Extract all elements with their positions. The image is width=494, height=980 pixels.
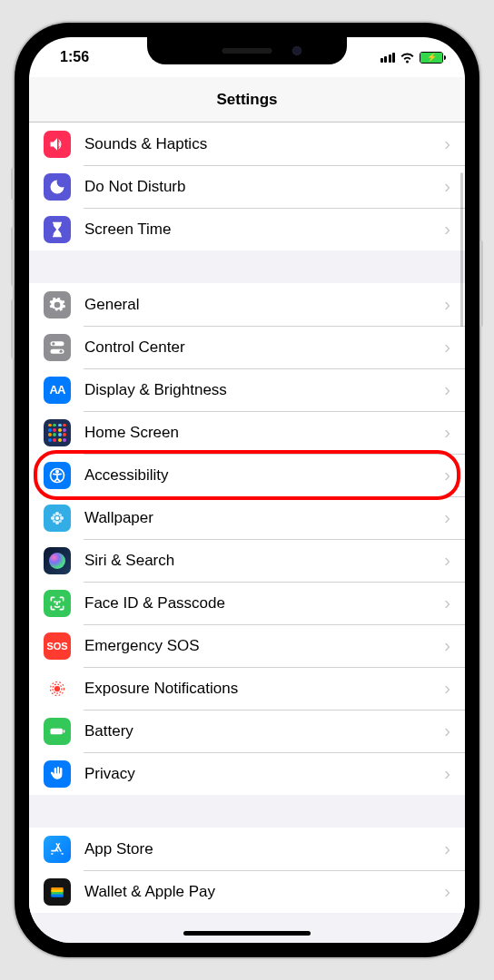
svg-point-7 <box>55 511 59 514</box>
chevron-right-icon: › <box>444 550 450 571</box>
settings-row-home-screen[interactable]: Home Screen› <box>29 411 465 454</box>
svg-rect-21 <box>64 730 65 732</box>
battery-icon <box>44 718 71 745</box>
chevron-right-icon: › <box>444 379 450 400</box>
svg-point-13 <box>53 519 55 522</box>
settings-row-wallpaper[interactable]: Wallpaper› <box>29 496 465 539</box>
settings-row-do-not-disturb[interactable]: Do Not Disturb› <box>29 165 465 208</box>
volume-down <box>11 299 15 358</box>
row-label: Siri & Search <box>84 552 444 570</box>
svg-point-6 <box>55 515 59 519</box>
row-label: Do Not Disturb <box>84 178 444 196</box>
chevron-right-icon: › <box>444 763 450 784</box>
settings-row-general[interactable]: General› <box>29 283 465 326</box>
chevron-right-icon: › <box>444 593 450 613</box>
mute-switch <box>11 168 15 200</box>
svg-point-3 <box>60 349 63 352</box>
volume-up <box>11 227 15 286</box>
settings-row-face-id[interactable]: Face ID & Passcode› <box>29 582 465 624</box>
svg-point-11 <box>53 514 55 516</box>
home-indicator[interactable] <box>183 931 311 936</box>
settings-row-wallet[interactable]: Wallet & Apple Pay› <box>29 870 465 913</box>
hand-icon <box>44 760 71 788</box>
flower-icon <box>44 505 71 532</box>
row-label: Display & Brightness <box>84 381 444 399</box>
faceid-icon <box>44 590 71 617</box>
svg-point-14 <box>59 519 62 522</box>
settings-row-privacy[interactable]: Privacy› <box>29 752 465 795</box>
chevron-right-icon: › <box>444 219 450 240</box>
svg-point-5 <box>56 470 59 473</box>
settings-row-siri-search[interactable]: Siri & Search› <box>29 539 465 582</box>
row-label: Sounds & Haptics <box>84 135 444 153</box>
svg-point-17 <box>55 686 60 691</box>
chevron-right-icon: › <box>444 507 450 528</box>
chevron-right-icon: › <box>444 337 450 358</box>
row-label: Battery <box>84 722 444 740</box>
siri-icon <box>44 547 71 574</box>
switch-icon <box>44 334 71 361</box>
chevron-right-icon: › <box>444 720 450 741</box>
svg-point-10 <box>60 515 64 519</box>
row-label: App Store <box>84 840 444 858</box>
row-label: Wallet & Apple Pay <box>84 883 444 901</box>
power-button <box>479 240 483 327</box>
settings-row-display-brightness[interactable]: AADisplay & Brightness› <box>29 368 465 411</box>
wallet-icon <box>44 878 71 906</box>
settings-row-emergency-sos[interactable]: SOSEmergency SOS› <box>29 624 465 667</box>
row-label: Exposure Notifications <box>84 680 444 698</box>
notch <box>147 37 347 64</box>
row-label: Accessibility <box>84 466 444 485</box>
settings-row-sounds-haptics[interactable]: Sounds & Haptics› <box>29 122 465 165</box>
settings-row-control-center[interactable]: Control Center› <box>29 326 465 368</box>
svg-point-12 <box>59 514 62 516</box>
row-label: Wallpaper <box>84 509 444 527</box>
appstore-icon <box>44 836 71 863</box>
settings-row-app-store[interactable]: App Store› <box>29 828 465 870</box>
settings-row-screen-time[interactable]: Screen Time› <box>29 208 465 250</box>
chevron-right-icon: › <box>444 133 450 154</box>
scrollbar-indicator <box>460 172 463 327</box>
settings-list[interactable]: Sounds & Haptics›Do Not Disturb›Screen T… <box>29 122 465 943</box>
speaker-icon <box>44 131 71 158</box>
chevron-right-icon: › <box>444 422 450 443</box>
battery-icon: ⚡ <box>420 52 443 64</box>
chevron-right-icon: › <box>444 881 450 902</box>
svg-rect-20 <box>51 728 63 734</box>
svg-point-15 <box>54 601 55 602</box>
settings-row-battery[interactable]: Battery› <box>29 710 465 752</box>
row-label: General <box>84 296 444 314</box>
page-title: Settings <box>216 91 277 109</box>
gear-icon <box>44 291 71 318</box>
chevron-right-icon: › <box>444 635 450 656</box>
exposure-icon <box>44 675 71 702</box>
nav-header: Settings <box>29 77 465 122</box>
wifi-icon <box>400 52 415 64</box>
row-label: Face ID & Passcode <box>84 594 444 612</box>
hourglass-icon <box>44 216 71 243</box>
phone-frame: 1:56 ⚡ Settings Sounds & Haptics›Do Not … <box>15 23 479 957</box>
status-time: 1:56 <box>60 49 89 65</box>
row-label: Emergency SOS <box>84 637 444 655</box>
svg-point-2 <box>52 342 54 345</box>
svg-point-8 <box>55 520 59 524</box>
status-indicators: ⚡ <box>380 52 444 64</box>
chevron-right-icon: › <box>444 838 450 859</box>
screen: 1:56 ⚡ Settings Sounds & Haptics›Do Not … <box>29 37 465 943</box>
svg-rect-25 <box>51 894 63 897</box>
chevron-right-icon: › <box>444 465 450 485</box>
row-label: Screen Time <box>84 220 444 239</box>
chevron-right-icon: › <box>444 294 450 315</box>
row-label: Home Screen <box>84 424 444 442</box>
accessibility-icon <box>44 462 71 489</box>
apps-icon <box>44 419 71 446</box>
row-label: Privacy <box>84 765 444 783</box>
moon-icon <box>44 173 71 201</box>
cellular-signal-icon <box>380 53 396 63</box>
sos-icon: SOS <box>44 632 71 660</box>
chevron-right-icon: › <box>444 678 450 699</box>
textsize-icon: AA <box>44 377 71 404</box>
settings-row-exposure-notifications[interactable]: Exposure Notifications› <box>29 667 465 710</box>
row-label: Control Center <box>84 338 444 357</box>
settings-row-accessibility[interactable]: Accessibility› <box>29 454 465 496</box>
